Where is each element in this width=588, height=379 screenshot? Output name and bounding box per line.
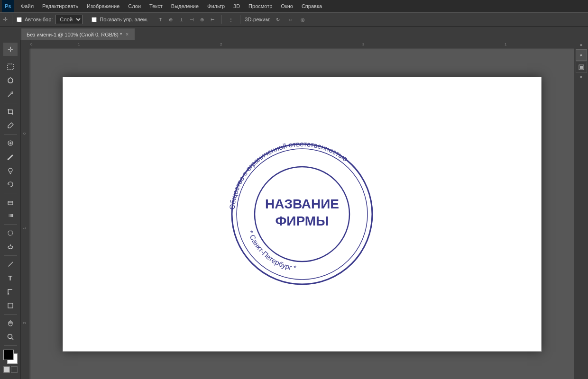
eraser-tool[interactable]: [3, 195, 18, 208]
workspace: ✛: [0, 40, 588, 379]
sep4: [240, 15, 240, 24]
menu-filter[interactable]: Фильтр: [203, 2, 229, 10]
align-vcenter-btn[interactable]: ⊕: [166, 15, 175, 24]
menu-help[interactable]: Справка: [298, 2, 326, 10]
tab-bar: Без имени-1 @ 100% (Слой 0, RGB/8) * ×: [0, 27, 588, 40]
canvas-content: Общество с ограниченной ответственностью…: [30, 49, 574, 379]
options-bar: ✛ Автовыбор: Слой Показать упр. элем. ⊤ …: [0, 12, 588, 27]
color-swatches[interactable]: [3, 350, 18, 364]
heal-tool[interactable]: [3, 136, 18, 150]
svg-rect-13: [8, 214, 13, 217]
svg-text:1: 1: [22, 227, 27, 229]
menu-file[interactable]: Файл: [17, 2, 37, 10]
document-tab[interactable]: Без имени-1 @ 100% (Слой 0, RGB/8) * ×: [21, 28, 135, 40]
blur-tool[interactable]: [3, 226, 18, 240]
menu-text[interactable]: Текст: [146, 2, 166, 10]
align-bottom-btn[interactable]: ⊥: [176, 15, 186, 24]
menu-edit[interactable]: Редактировать: [38, 2, 82, 10]
layer-dropdown[interactable]: Слой: [55, 15, 83, 24]
right-panel: » A ×: [574, 40, 588, 379]
autoselect-checkbox[interactable]: [17, 17, 22, 22]
show-controls-checkbox[interactable]: [92, 17, 97, 22]
tab-close-btn[interactable]: ×: [125, 32, 129, 37]
align-right-btn[interactable]: ⊢: [208, 15, 217, 24]
ps-logo: Ps: [2, 0, 14, 12]
sep1: [12, 15, 12, 24]
standard-mode-btn[interactable]: [3, 366, 10, 373]
3d-camera-btn[interactable]: ◎: [298, 15, 307, 24]
align-top-btn[interactable]: ⊤: [156, 15, 165, 24]
menu-image[interactable]: Изображение: [83, 2, 123, 10]
svg-rect-40: [580, 66, 583, 69]
show-controls-label: Показать упр. элем.: [100, 17, 148, 22]
tool-sep1: [4, 58, 17, 58]
quickmask-mode-btn[interactable]: [11, 366, 18, 373]
type-tool[interactable]: T: [3, 271, 18, 285]
dodge-tool[interactable]: [3, 240, 18, 253]
tool-sep3: [4, 134, 17, 135]
svg-rect-19: [8, 303, 13, 308]
foreground-color[interactable]: [3, 350, 14, 360]
tab-title: Без имени-1 @ 100% (Слой 0, RGB/8) *: [27, 32, 122, 37]
panel-btn-1[interactable]: A: [576, 49, 587, 61]
svg-line-21: [11, 338, 13, 340]
svg-marker-17: [8, 266, 9, 267]
move-tool-icon: ✛: [3, 16, 8, 23]
ruler-corner: [21, 40, 30, 49]
svg-point-15: [8, 246, 13, 249]
tool-sep8: [4, 345, 17, 346]
align-hcenter-btn[interactable]: ⊕: [197, 15, 207, 24]
marquee-tool[interactable]: [3, 60, 18, 73]
menu-items: Файл Редактировать Изображение Слои Текс…: [17, 2, 326, 10]
menu-layers[interactable]: Слои: [124, 2, 145, 10]
svg-text:1: 1: [78, 42, 80, 46]
3d-rotate-btn[interactable]: ↻: [273, 15, 283, 24]
canvas-document: Общество с ограниченной ответственностью…: [63, 77, 542, 352]
lasso-tool[interactable]: [3, 74, 18, 87]
history-brush-tool[interactable]: [3, 178, 18, 191]
3d-pan-btn[interactable]: ↔: [285, 15, 295, 24]
panel-label: ×: [579, 74, 583, 81]
svg-text:3: 3: [362, 42, 365, 46]
stamp-container: Общество с ограниченной ответственностью…: [226, 138, 378, 290]
tool-sep4: [4, 193, 17, 193]
menu-3d[interactable]: 3D: [230, 2, 244, 10]
panel-collapse-btn[interactable]: »: [579, 42, 583, 48]
svg-text:ФИРМЫ: ФИРМЫ: [275, 214, 329, 228]
mode-3d-label: 3D-режим:: [245, 17, 270, 22]
menu-select[interactable]: Выделение: [167, 2, 202, 10]
svg-text:1: 1: [505, 42, 507, 46]
svg-point-10: [9, 168, 12, 172]
ps-logo-text: Ps: [5, 3, 11, 9]
ruler-top: 1 2 3 1 0: [30, 40, 574, 49]
stamp-svg: Общество с ограниченной ответственностью…: [226, 138, 378, 290]
svg-line-1: [8, 93, 11, 97]
svg-line-4: [12, 91, 12, 91]
menu-window[interactable]: Окно: [277, 2, 297, 10]
align-left-btn[interactable]: ⊣: [187, 15, 196, 24]
crop-tool[interactable]: [3, 105, 18, 118]
eyedropper-tool[interactable]: [3, 119, 18, 132]
panel-btn-2[interactable]: [576, 62, 587, 73]
align-icons: ⊤ ⊕ ⊥ ⊣ ⊕ ⊢: [156, 15, 217, 24]
clone-tool[interactable]: [3, 164, 18, 177]
pen-tool[interactable]: [3, 258, 18, 271]
gradient-tool[interactable]: [3, 209, 18, 222]
brush-tool[interactable]: [3, 150, 18, 163]
shape-tool[interactable]: [3, 299, 18, 312]
tool-mode-buttons: [3, 366, 18, 373]
svg-text:2: 2: [22, 322, 27, 324]
svg-text:0: 0: [22, 132, 27, 135]
zoom-tool[interactable]: [3, 330, 18, 343]
svg-text:0: 0: [30, 42, 33, 46]
menu-view[interactable]: Просмотр: [245, 2, 276, 10]
svg-point-20: [8, 334, 12, 339]
path-select-tool[interactable]: [3, 285, 18, 298]
left-toolbar: ✛: [0, 40, 21, 379]
move-tool[interactable]: ✛: [3, 43, 18, 56]
menu-bar: Ps Файл Редактировать Изображение Слои Т…: [0, 0, 588, 12]
magic-wand-tool[interactable]: [3, 88, 18, 101]
svg-rect-0: [8, 64, 13, 70]
distribute-btn[interactable]: ⋮: [226, 15, 236, 24]
hand-tool[interactable]: [3, 316, 18, 330]
